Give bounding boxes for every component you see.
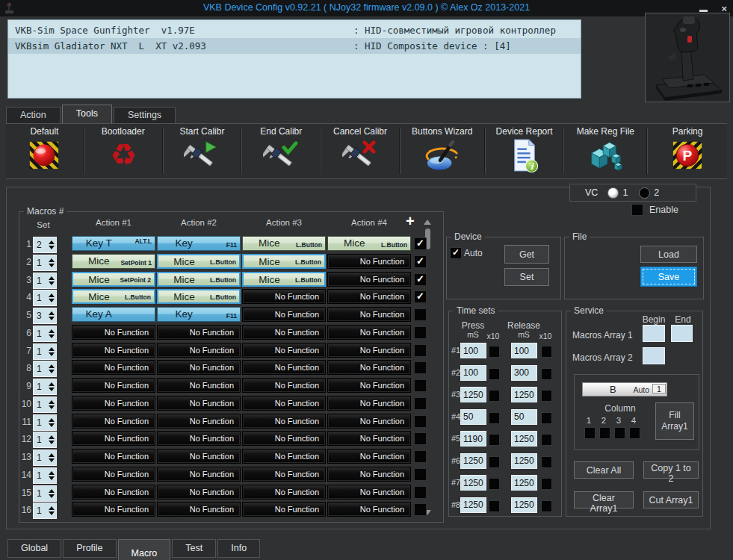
macro-row-checkbox[interactable]	[414, 468, 427, 481]
macro-row-checkbox[interactable]	[414, 379, 427, 392]
tab-info[interactable]: Info	[217, 539, 260, 558]
spinner-arrows-icon[interactable]	[48, 326, 56, 341]
press-x10-checkbox[interactable]	[489, 368, 500, 380]
macro-row-checkbox[interactable]	[414, 397, 427, 410]
tab-tools[interactable]: Tools	[62, 105, 112, 123]
macro-action-empty[interactable]: No Function	[327, 272, 411, 287]
macro-action-button[interactable]: MiceSetPoint 1	[72, 254, 155, 269]
macro-action-button[interactable]: MiceL.Button	[157, 272, 241, 287]
macro-action-empty[interactable]: No Function	[157, 485, 241, 500]
set-spinner[interactable]: 1	[33, 290, 57, 306]
tab-global[interactable]: Global	[7, 539, 61, 558]
release-time-input[interactable]	[511, 343, 537, 358]
macro-row-checkbox[interactable]: ✓	[414, 290, 427, 303]
macro-action-empty[interactable]: No Function	[72, 502, 155, 517]
parking-button[interactable]: ParkingP	[648, 124, 727, 178]
spinner-arrows-icon[interactable]	[48, 379, 56, 394]
set-spinner[interactable]: 1	[33, 326, 57, 342]
clear-all-button[interactable]: Clear All	[574, 461, 634, 479]
macro-action-button[interactable]: MiceL.Button	[72, 289, 155, 304]
macro-action-empty[interactable]: No Function	[327, 307, 411, 322]
release-x10-checkbox[interactable]	[541, 412, 552, 424]
macro-action-empty[interactable]: No Function	[157, 414, 241, 429]
press-time-input[interactable]	[460, 497, 486, 513]
default-button[interactable]: Default	[6, 124, 83, 178]
macro-action-button[interactable]: MiceL.Button	[327, 236, 411, 251]
save-button[interactable]: Save	[640, 267, 697, 287]
set-spinner[interactable]: 2	[33, 237, 57, 253]
spinner-arrows-icon[interactable]	[48, 344, 56, 359]
macro-action-empty[interactable]: No Function	[72, 343, 155, 358]
set-spinner[interactable]: 1	[33, 273, 57, 289]
macro-action-button[interactable]: MiceSetPoint 2	[72, 272, 155, 287]
array2-begin-input[interactable]	[643, 347, 665, 364]
release-time-input[interactable]	[511, 409, 537, 425]
scroll-up-icon[interactable]	[424, 220, 431, 225]
macro-action-empty[interactable]: No Function	[72, 360, 155, 375]
macro-action-empty[interactable]: No Function	[327, 449, 411, 464]
macro-action-button[interactable]: KeyF11	[157, 307, 241, 322]
macro-action-empty[interactable]: No Function	[327, 254, 411, 269]
macro-action-empty[interactable]: No Function	[72, 396, 155, 411]
macro-action-empty[interactable]: No Function	[157, 325, 241, 340]
macro-action-button[interactable]: Key TALT.L	[72, 236, 155, 251]
release-time-input[interactable]	[511, 497, 537, 513]
press-time-input[interactable]	[460, 343, 486, 358]
spinner-arrows-icon[interactable]	[48, 237, 56, 252]
spinner-arrows-icon[interactable]	[48, 361, 56, 376]
macro-action-empty[interactable]: No Function	[242, 431, 326, 446]
macro-action-empty[interactable]: No Function	[72, 378, 155, 393]
get-button[interactable]: Get	[504, 245, 549, 264]
vc-radio-2[interactable]	[639, 187, 650, 199]
macro-row-checkbox[interactable]: ✓	[414, 273, 427, 286]
cancel-calibr-button[interactable]: Cancel Calibr	[321, 124, 399, 178]
press-x10-checkbox[interactable]	[489, 412, 500, 424]
spinner-arrows-icon[interactable]	[48, 290, 56, 305]
macro-action-button[interactable]: KeyF11	[157, 236, 241, 251]
array1-begin-input[interactable]	[643, 325, 665, 342]
tab-profile[interactable]: Profile	[63, 539, 116, 558]
spinner-arrows-icon[interactable]	[48, 255, 56, 270]
macro-action-empty[interactable]: No Function	[157, 343, 241, 358]
macro-action-empty[interactable]: No Function	[327, 360, 411, 375]
column-checkbox-3[interactable]	[614, 427, 625, 439]
set-spinner[interactable]: 1	[33, 361, 57, 377]
minimize-button[interactable]	[699, 10, 708, 12]
tab-macro[interactable]: Macro	[118, 539, 171, 560]
macro-action-button[interactable]: MiceL.Button	[157, 254, 241, 269]
press-x10-checkbox[interactable]	[489, 434, 500, 446]
macro-action-empty[interactable]: No Function	[327, 289, 411, 304]
macro-action-button[interactable]: MiceL.Button	[157, 289, 241, 304]
macro-row-checkbox[interactable]	[414, 361, 427, 374]
device-report-button[interactable]: Device Reporti	[486, 124, 563, 178]
macro-row-checkbox[interactable]	[414, 344, 427, 357]
macro-action-empty[interactable]: No Function	[72, 467, 155, 482]
release-x10-checkbox[interactable]	[541, 346, 552, 358]
macro-action-empty[interactable]: No Function	[72, 325, 155, 340]
macro-action-empty[interactable]: No Function	[157, 396, 241, 411]
macro-action-empty[interactable]: No Function	[157, 360, 241, 375]
set-spinner[interactable]: 1	[33, 449, 57, 466]
macro-action-empty[interactable]: No Function	[242, 467, 326, 482]
macro-action-button[interactable]: Key A	[72, 307, 155, 322]
auto-value-box[interactable]: 1	[652, 384, 666, 393]
macro-action-button[interactable]: MiceL.Button	[242, 254, 326, 269]
macro-action-empty[interactable]: No Function	[242, 307, 326, 322]
macro-action-empty[interactable]: No Function	[327, 325, 411, 340]
tab-test[interactable]: Test	[172, 539, 216, 558]
macro-action-empty[interactable]: No Function	[242, 414, 326, 429]
column-checkbox-2[interactable]	[599, 427, 610, 439]
macro-row-checkbox[interactable]	[414, 450, 427, 463]
end-calibr-button[interactable]: End Calibr	[242, 124, 320, 178]
set-spinner[interactable]: 1	[33, 432, 57, 448]
macro-row-checkbox[interactable]	[414, 486, 427, 499]
tab-action[interactable]: Action	[6, 107, 61, 123]
column-checkbox-1[interactable]	[584, 427, 596, 439]
spinner-arrows-icon[interactable]	[48, 415, 56, 430]
macro-row-checkbox[interactable]	[414, 326, 427, 339]
macro-action-empty[interactable]: No Function	[327, 431, 411, 446]
release-time-input[interactable]	[511, 365, 537, 381]
macro-action-empty[interactable]: No Function	[242, 378, 326, 393]
load-button[interactable]: Load	[640, 246, 697, 263]
set-spinner[interactable]: 1	[33, 467, 57, 484]
